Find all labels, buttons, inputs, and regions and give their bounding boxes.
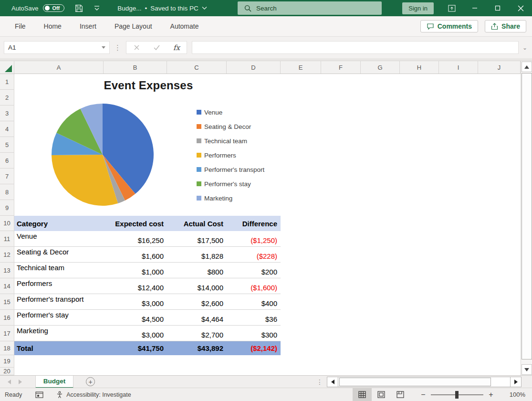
- zoom-in-button[interactable]: +: [486, 390, 496, 399]
- row-header-7[interactable]: 7: [0, 169, 14, 184]
- tab-insert[interactable]: Insert: [71, 18, 105, 34]
- zoom-out-button[interactable]: −: [418, 390, 428, 399]
- pie-chart[interactable]: [50, 102, 155, 207]
- legend-item-technical-team[interactable]: Technical team: [197, 134, 264, 148]
- autosave-toggle[interactable]: Off: [43, 4, 64, 12]
- column-header-j[interactable]: J: [478, 61, 521, 74]
- sign-in-button[interactable]: Sign in: [402, 2, 434, 14]
- name-box[interactable]: A1: [4, 41, 110, 54]
- cell-expected-cost[interactable]: $41,750: [104, 341, 167, 355]
- view-normal-button[interactable]: [353, 388, 372, 401]
- column-header-f[interactable]: F: [321, 61, 361, 74]
- expense-table[interactable]: CategoryExpected costActual CostDifferen…: [14, 216, 281, 355]
- tab-home[interactable]: Home: [35, 18, 71, 34]
- cell-actual-cost[interactable]: Actual Cost: [167, 216, 227, 231]
- scroll-up-button[interactable]: [522, 62, 532, 72]
- insert-function-icon[interactable]: fx: [167, 42, 187, 53]
- tabbar-grip[interactable]: ⋮: [313, 378, 327, 386]
- column-header-e[interactable]: E: [281, 61, 321, 74]
- accessibility-checker[interactable]: Accessibility: Investigate: [56, 391, 131, 399]
- close-button[interactable]: [509, 0, 532, 16]
- zoom-slider-thumb[interactable]: [455, 391, 459, 399]
- scroll-left-button[interactable]: [327, 377, 338, 387]
- prev-sheet-icon[interactable]: [8, 380, 11, 384]
- cell-difference[interactable]: $200: [227, 263, 281, 278]
- legend-item-performer-s-stay[interactable]: Performer's stay: [197, 177, 264, 191]
- row-header-15[interactable]: 15: [0, 294, 14, 310]
- cell-category[interactable]: Seating & Decor: [14, 247, 104, 262]
- minimize-button[interactable]: [463, 0, 486, 16]
- column-header-d[interactable]: D: [227, 61, 281, 74]
- formula-bar-expand-icon[interactable]: ⌄: [522, 44, 527, 51]
- row-header-2[interactable]: 2: [0, 90, 14, 106]
- table-row[interactable]: Performers$12,400$14,000($1,600): [14, 278, 281, 294]
- share-button[interactable]: Share: [485, 20, 526, 32]
- table-row[interactable]: Technical team$1,000$800$200: [14, 263, 281, 278]
- cell-actual-cost[interactable]: $4,464: [167, 310, 227, 325]
- cell-expected-cost[interactable]: Expected cost: [104, 216, 167, 231]
- cell-expected-cost[interactable]: $16,250: [104, 231, 167, 246]
- legend-item-performer-s-transport[interactable]: Performer's transport: [197, 162, 264, 177]
- tab-automate[interactable]: Automate: [161, 18, 208, 34]
- cell-expected-cost[interactable]: $12,400: [104, 278, 167, 294]
- scroll-down-button[interactable]: [522, 364, 532, 375]
- table-row[interactable]: Performer's transport$3,000$2,600$400: [14, 294, 281, 310]
- cell-expected-cost[interactable]: $3,000: [104, 326, 167, 341]
- cell-category[interactable]: Technical team: [14, 263, 104, 278]
- horizontal-scroll-track[interactable]: [338, 377, 510, 387]
- formula-bar-grip[interactable]: ⋮: [114, 43, 122, 52]
- document-title[interactable]: Budge... • Saved to this PC: [117, 5, 207, 12]
- row-header-12[interactable]: 12: [0, 247, 14, 263]
- cancel-icon[interactable]: [126, 42, 146, 53]
- horizontal-scroll-thumb[interactable]: [339, 378, 491, 386]
- worksheet-cells[interactable]: Event Expenses VenueSeating & DecorTechn…: [14, 74, 521, 375]
- cell-actual-cost[interactable]: $43,892: [167, 341, 227, 355]
- new-sheet-button[interactable]: +: [86, 377, 95, 386]
- view-page-break-button[interactable]: [391, 388, 410, 401]
- table-row[interactable]: Seating & Decor$1,600$1,828($228): [14, 247, 281, 263]
- cell-difference[interactable]: $400: [227, 294, 281, 309]
- row-header-8[interactable]: 8: [0, 184, 14, 200]
- maximize-button[interactable]: [486, 0, 509, 16]
- pie-chart-object[interactable]: Event Expenses VenueSeating & DecorTechn…: [17, 76, 280, 214]
- cell-category[interactable]: Performer's transport: [14, 294, 104, 309]
- cell-category[interactable]: Performers: [14, 278, 104, 294]
- cell-difference[interactable]: ($228): [227, 247, 281, 262]
- tab-page-layout[interactable]: Page Layout: [105, 18, 161, 34]
- cell-actual-cost[interactable]: $17,500: [167, 231, 227, 246]
- row-header-10[interactable]: 10: [0, 216, 14, 231]
- cell-difference[interactable]: $36: [227, 310, 281, 325]
- cell-expected-cost[interactable]: $3,000: [104, 294, 167, 309]
- table-row[interactable]: Marketing$3,000$2,700$300: [14, 326, 281, 341]
- column-header-h[interactable]: H: [400, 61, 439, 74]
- ribbon-display-options-icon[interactable]: [440, 0, 463, 16]
- next-sheet-icon[interactable]: [19, 380, 22, 384]
- column-header-g[interactable]: G: [361, 61, 400, 74]
- table-row[interactable]: Performer's stay$4,500$4,464$36: [14, 310, 281, 326]
- cell-category[interactable]: Venue: [14, 231, 104, 246]
- row-header-11[interactable]: 11: [0, 231, 14, 247]
- vertical-scroll-thumb[interactable]: [522, 73, 532, 359]
- cell-expected-cost[interactable]: $4,500: [104, 310, 167, 325]
- cell-difference[interactable]: Difference: [227, 216, 281, 231]
- cell-category[interactable]: Marketing: [14, 326, 104, 341]
- cell-actual-cost[interactable]: $800: [167, 263, 227, 278]
- formula-input[interactable]: [192, 41, 519, 54]
- legend-item-venue[interactable]: Venue: [197, 105, 264, 119]
- tab-file[interactable]: File: [6, 18, 35, 34]
- row-header-19[interactable]: 19: [0, 355, 14, 368]
- legend-item-seating-decor[interactable]: Seating & Decor: [197, 119, 264, 134]
- horizontal-scrollbar[interactable]: [327, 377, 522, 387]
- row-header-18[interactable]: 18: [0, 341, 14, 355]
- quick-access-dropdown-icon[interactable]: [94, 5, 100, 11]
- cell-category[interactable]: Total: [14, 341, 104, 355]
- row-header-1[interactable]: 1: [0, 74, 14, 90]
- cell-actual-cost[interactable]: $14,000: [167, 278, 227, 294]
- scroll-right-button[interactable]: [510, 377, 522, 387]
- row-header-3[interactable]: 3: [0, 106, 14, 121]
- enter-check-icon[interactable]: [146, 42, 167, 53]
- cell-difference[interactable]: ($1,250): [227, 231, 281, 246]
- macro-record-icon[interactable]: [35, 391, 43, 398]
- row-header-20[interactable]: 20: [0, 368, 14, 375]
- cell-expected-cost[interactable]: $1,600: [104, 247, 167, 262]
